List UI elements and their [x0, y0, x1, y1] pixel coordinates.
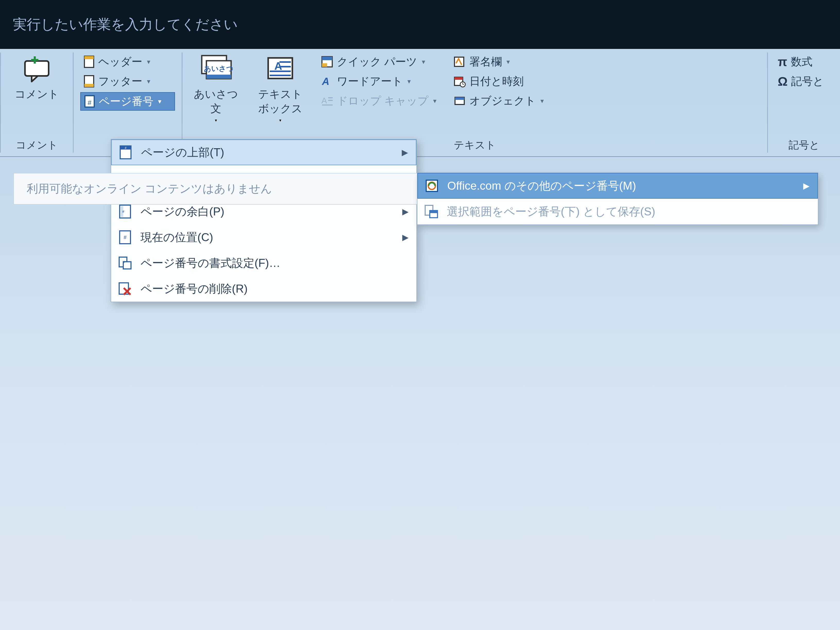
menu-item-office-more[interactable]: Office.com のその他のページ番号(M) ▶ [417, 173, 818, 199]
header-label: ヘッダー [98, 55, 142, 69]
object-label: オブジェクト [469, 94, 536, 108]
page-number-menu: # ページの上部(T) ▶ 利用可能なオンライン コンテンツはありません # ペ… [111, 139, 417, 302]
chevron-down-icon: ▾ [422, 58, 425, 66]
quick-parts-button[interactable]: クイック パーツ ▾ [318, 53, 440, 71]
dropcap-icon: A [321, 95, 333, 107]
signature-icon [453, 55, 466, 68]
chevron-down-icon: ▾ [158, 98, 161, 106]
chevron-down-icon: ▾ [433, 97, 436, 105]
svg-text:あいさつ: あいさつ [204, 65, 233, 73]
datetime-button[interactable]: 日付と時刻 [450, 73, 547, 90]
chevron-right-icon: ▶ [402, 232, 409, 242]
office-online-icon [424, 178, 440, 194]
greeting-label: あいさつ 文 [194, 87, 238, 116]
svg-rect-53 [430, 210, 437, 213]
wordart-icon: A [321, 75, 333, 87]
menu-item-format-page-number[interactable]: # ページ番号の書式設定(F)… [111, 250, 417, 276]
svg-rect-2 [31, 59, 38, 61]
datetime-label: 日付と時刻 [469, 74, 524, 88]
menu-item-remove-page-number[interactable]: ページ番号の削除(R) [111, 276, 417, 302]
greeting-icon: あいさつ [199, 54, 233, 85]
menu-item-label: ページの上部(T) [141, 145, 224, 160]
group-symbols: π 数式 Ω 記号と 記号と [768, 49, 840, 156]
page-top-icon: # [118, 145, 133, 160]
menu-item-page-margin[interactable]: # ページの余白(P) ▶ [111, 199, 417, 224]
dropcap-label: ドロップ キャップ [337, 94, 428, 108]
menu-item-save-selection[interactable]: 選択範囲をページ番号(下) として保存(S) [417, 199, 818, 224]
svg-text:#: # [125, 146, 126, 150]
comment-icon [21, 54, 52, 85]
svg-rect-4 [84, 56, 94, 59]
menu-item-label: ページ番号の削除(R) [141, 281, 248, 297]
page-number-label: ページ番号 [99, 94, 153, 109]
chevron-down-icon: ▾ [147, 77, 150, 85]
group-comments-label: コメント [16, 138, 58, 154]
group-symbols-label: 記号と [788, 138, 819, 154]
chevron-right-icon: ▶ [402, 147, 408, 157]
object-icon [453, 95, 466, 107]
symbol-button[interactable]: Ω 記号と [775, 73, 827, 90]
tell-me-placeholder: 実行したい作業を入力してください [13, 15, 238, 34]
page-top-submenu: Office.com のその他のページ番号(M) ▶ 選択範囲をページ番号(下)… [417, 172, 818, 225]
menu-item-label: ページ番号の書式設定(F)… [141, 256, 280, 271]
header-button[interactable]: ヘッダー ▾ [80, 53, 175, 71]
chevron-down-icon: ▾ [215, 118, 217, 123]
svg-text:#: # [88, 99, 92, 107]
format-page-number-icon: # [117, 255, 133, 271]
chevron-down-icon: ▾ [540, 97, 544, 105]
banner-text: 利用可能なオンライン コンテンツはありません [27, 182, 272, 195]
menu-item-label: Office.com のその他のページ番号(M) [447, 178, 636, 194]
footer-label: フッター [98, 74, 142, 88]
chevron-down-icon: ▾ [147, 58, 150, 66]
object-button[interactable]: オブジェクト ▾ [450, 92, 547, 110]
save-selection-icon [423, 204, 439, 219]
page-number-button[interactable]: # ページ番号 ▾ [80, 92, 175, 111]
wordart-label: ワードアート [337, 74, 403, 88]
footer-icon [84, 75, 95, 88]
pi-icon: π [778, 55, 787, 69]
svg-text:A: A [322, 76, 329, 87]
symbol-label: 記号と [791, 74, 824, 88]
menu-item-top-of-page[interactable]: # ページの上部(T) ▶ [111, 139, 417, 165]
svg-rect-20 [322, 57, 332, 60]
chevron-down-icon: ▾ [407, 77, 411, 85]
datetime-icon [453, 75, 466, 87]
textbox-button[interactable]: A テキスト ボックス ▾ [252, 52, 309, 125]
svg-rect-29 [455, 77, 463, 80]
svg-text:A: A [321, 96, 327, 105]
omega-icon: Ω [778, 74, 788, 88]
svg-rect-21 [322, 63, 327, 67]
quick-parts-label: クイック パーツ [337, 55, 417, 69]
menu-item-label: 現在の位置(C) [141, 230, 213, 245]
menu-item-label: ページの余白(P) [141, 204, 224, 219]
svg-rect-0 [25, 61, 49, 76]
menu-item-current-position[interactable]: # 現在の位置(C) ▶ [111, 224, 417, 250]
dropcap-button[interactable]: A ドロップ キャップ ▾ [318, 92, 440, 110]
textbox-label: テキスト ボックス [258, 87, 302, 116]
group-comments: コメント コメント [1, 49, 73, 156]
svg-rect-34 [455, 97, 464, 100]
signature-label: 署名欄 [469, 55, 502, 69]
wordart-button[interactable]: A ワードアート ▾ [318, 73, 440, 90]
header-icon [84, 55, 95, 68]
page-margin-icon: # [117, 204, 133, 219]
tell-me-bar[interactable]: 実行したい作業を入力してください [0, 0, 840, 49]
page-number-icon: # [84, 95, 95, 108]
new-comment-label: コメント [15, 87, 59, 101]
equation-label: 数式 [791, 55, 812, 69]
footer-button[interactable]: フッター ▾ [80, 73, 175, 90]
new-comment-button[interactable]: コメント [8, 52, 65, 104]
equation-button[interactable]: π 数式 [775, 53, 827, 71]
page-current-icon: # [117, 230, 133, 245]
chevron-down-icon: ▾ [507, 58, 510, 66]
textbox-icon: A [265, 54, 296, 85]
greeting-button[interactable]: あいさつ あいさつ 文 ▾ [188, 52, 244, 125]
chevron-down-icon: ▾ [279, 118, 281, 123]
svg-text:#: # [122, 210, 124, 213]
svg-text:#: # [123, 260, 125, 264]
chevron-right-icon: ▶ [803, 181, 810, 191]
signature-line-button[interactable]: 署名欄 ▾ [450, 53, 547, 71]
remove-page-number-icon [117, 281, 133, 297]
quick-parts-icon [321, 55, 333, 68]
svg-text:#: # [123, 234, 126, 240]
